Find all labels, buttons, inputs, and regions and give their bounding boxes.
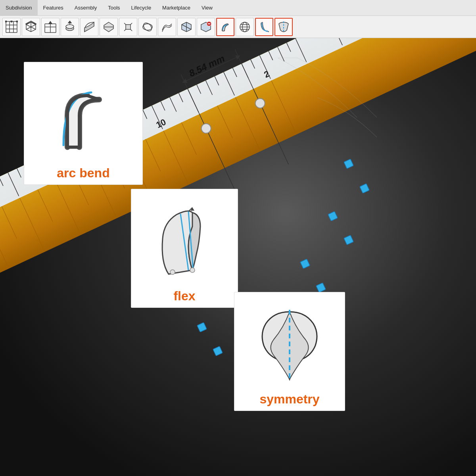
flex-icon-area bbox=[135, 193, 234, 287]
toolbar-symmetry[interactable] bbox=[274, 18, 293, 36]
menu-bar: Subdivision Features Assembly Tools Life… bbox=[0, 0, 476, 16]
arc-bend-icon bbox=[44, 76, 123, 155]
arc-bend-label: arc bend bbox=[57, 166, 109, 180]
svg-marker-20 bbox=[68, 21, 71, 23]
symmetry-icon-area bbox=[238, 296, 341, 390]
menu-marketplace[interactable]: Marketplace bbox=[157, 0, 196, 15]
svg-point-5 bbox=[5, 21, 7, 22]
main-canvas: 10 2 bbox=[0, 38, 476, 476]
toolbar-curve[interactable] bbox=[80, 18, 98, 36]
symmetry-icon bbox=[246, 304, 333, 383]
toolbar-pinch[interactable] bbox=[119, 18, 137, 36]
toolbar-globe[interactable] bbox=[236, 18, 254, 36]
toolbar-arc-bend[interactable] bbox=[216, 18, 234, 36]
toolbar-cube[interactable] bbox=[22, 18, 40, 36]
flex-panel: flex bbox=[131, 189, 238, 308]
toolbar-flex[interactable] bbox=[255, 18, 273, 36]
svg-rect-109 bbox=[197, 322, 207, 332]
toolbar-surface[interactable] bbox=[158, 18, 176, 36]
svg-point-6 bbox=[11, 21, 12, 22]
toolbar-delete-solid[interactable] bbox=[197, 18, 215, 36]
arc-bend-icon-area bbox=[28, 66, 138, 164]
svg-point-24 bbox=[143, 24, 152, 30]
svg-rect-106 bbox=[344, 235, 353, 245]
toolbar-grid-arrow[interactable] bbox=[41, 18, 60, 36]
toolbar-shear[interactable] bbox=[138, 18, 157, 36]
menu-assembly[interactable]: Assembly bbox=[69, 0, 102, 15]
toolbar-solid[interactable] bbox=[177, 18, 196, 36]
menu-tools[interactable]: Tools bbox=[102, 0, 125, 15]
svg-rect-103 bbox=[344, 159, 353, 169]
svg-rect-105 bbox=[328, 211, 338, 221]
svg-point-18 bbox=[66, 25, 74, 29]
svg-point-118 bbox=[190, 268, 195, 273]
menu-lifecycle[interactable]: Lifecycle bbox=[126, 0, 157, 15]
svg-rect-0 bbox=[6, 21, 17, 33]
svg-marker-16 bbox=[49, 21, 52, 24]
symmetry-label: symmetry bbox=[259, 392, 319, 407]
toolbar-grid-dots[interactable] bbox=[2, 18, 21, 36]
symmetry-panel: symmetry bbox=[234, 292, 345, 411]
toolbar-flatten[interactable] bbox=[100, 18, 118, 36]
svg-point-25 bbox=[142, 21, 153, 32]
flex-label: flex bbox=[173, 289, 195, 303]
svg-rect-107 bbox=[300, 259, 310, 269]
svg-point-7 bbox=[16, 21, 18, 22]
toolbar-push-pull[interactable] bbox=[61, 18, 79, 36]
svg-rect-23 bbox=[126, 25, 131, 29]
svg-rect-104 bbox=[360, 184, 369, 193]
svg-rect-110 bbox=[213, 346, 223, 356]
toolbar bbox=[0, 16, 476, 38]
menu-subdivision[interactable]: Subdivision bbox=[0, 0, 38, 15]
menu-features[interactable]: Features bbox=[38, 0, 69, 15]
arc-bend-panel: arc bend bbox=[24, 62, 143, 185]
svg-rect-108 bbox=[316, 283, 326, 292]
menu-view[interactable]: View bbox=[196, 0, 218, 15]
flex-icon bbox=[145, 203, 224, 278]
svg-point-117 bbox=[170, 270, 175, 274]
